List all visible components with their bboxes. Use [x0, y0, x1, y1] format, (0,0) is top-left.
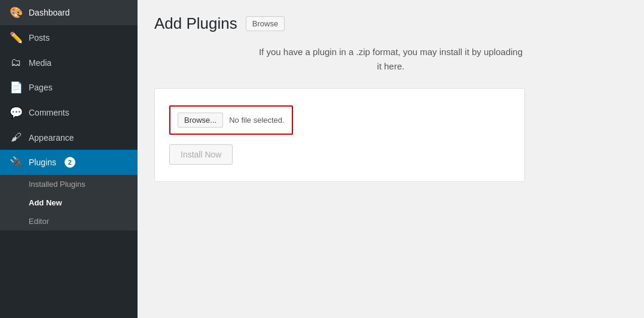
upload-description: If you have a plugin in a .zip format, y…	[154, 45, 627, 74]
page-title: Add Plugins	[154, 14, 237, 33]
file-browse-button[interactable]: Browse...	[178, 113, 223, 128]
posts-icon: ✏️	[10, 31, 23, 44]
comments-icon: 💬	[10, 106, 23, 119]
pages-icon: 📄	[10, 81, 23, 94]
header-browse-button[interactable]: Browse	[246, 16, 285, 31]
main-content: Add Plugins Browse If you have a plugin …	[138, 0, 644, 318]
sidebar-item-label: Appearance	[29, 133, 74, 143]
appearance-icon: 🖌	[10, 131, 23, 144]
sidebar-item-pages[interactable]: 📄 Pages	[0, 75, 138, 100]
sidebar-item-media[interactable]: 🗂 Media	[0, 50, 138, 75]
page-header: Add Plugins Browse	[154, 14, 627, 33]
sidebar: 🎨 Dashboard ✏️ Posts 🗂 Media 📄 Pages 💬 C…	[0, 0, 138, 318]
file-input-row: Browse... No file selected.	[169, 105, 293, 135]
install-now-button[interactable]: Install Now	[169, 144, 233, 165]
sidebar-sub-item-add-new[interactable]: Add New	[0, 193, 138, 212]
plugins-badge: 2	[65, 157, 75, 168]
sidebar-item-label: Comments	[29, 108, 69, 117]
sidebar-item-label: Dashboard	[29, 8, 70, 17]
sidebar-sub-item-installed-plugins[interactable]: Installed Plugins	[0, 175, 138, 193]
sidebar-item-label: Posts	[29, 33, 50, 43]
upload-box: Browse... No file selected. Install Now	[154, 88, 525, 182]
sidebar-item-appearance[interactable]: 🖌 Appearance	[0, 125, 138, 150]
sidebar-item-label: Pages	[29, 83, 53, 92]
media-icon: 🗂	[10, 56, 23, 69]
no-file-label: No file selected.	[229, 116, 285, 125]
dashboard-icon: 🎨	[10, 6, 23, 19]
sidebar-sub-item-editor[interactable]: Editor	[0, 212, 138, 231]
sidebar-item-posts[interactable]: ✏️ Posts	[0, 25, 138, 50]
sidebar-item-label: Plugins	[29, 158, 56, 167]
sidebar-item-plugins[interactable]: 🔌 Plugins 2	[0, 150, 138, 175]
sidebar-item-comments[interactable]: 💬 Comments	[0, 100, 138, 125]
sidebar-item-dashboard[interactable]: 🎨 Dashboard	[0, 0, 138, 25]
sidebar-item-label: Media	[29, 58, 51, 68]
plugins-submenu: Installed Plugins Add New Editor	[0, 175, 138, 231]
plugins-icon: 🔌	[10, 156, 23, 169]
